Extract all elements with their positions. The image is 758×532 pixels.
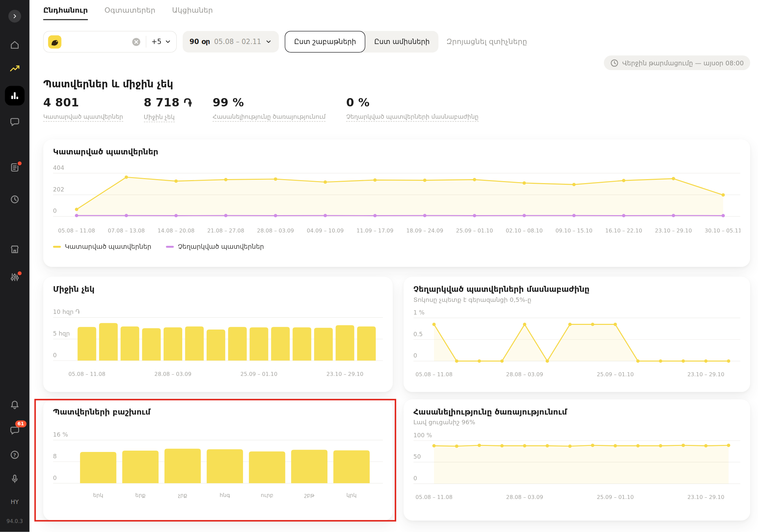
history-clock-icon [9, 194, 20, 204]
orders-distribution-chart: 16 %80երկերքչրքհնգուրբշբթկրկ [53, 430, 383, 502]
svg-text:18.09 – 24.09: 18.09 – 24.09 [406, 227, 443, 234]
sidebar-item-history[interactable] [9, 193, 20, 205]
top-tabs: Ընդհանուր Օգտատերեր Ակցիաներ [43, 6, 750, 20]
last-update-text: Վերջին թարմացումը — այսօր 08:00 [622, 59, 744, 66]
sidebar-item-trends[interactable] [9, 62, 20, 74]
bell-icon [9, 399, 20, 410]
average-check-card: Միջին չեկ 10 հզր ֏5 հզր005.08 – 11.0828.… [43, 277, 393, 392]
sidebar-expand-button[interactable] [8, 10, 21, 22]
store-icon [9, 244, 20, 254]
segment-by-weeks[interactable]: Ըստ շաբաթների [285, 31, 365, 53]
tab-users[interactable]: Օգտատերեր [104, 6, 155, 19]
svg-text:23.10 – 29.10: 23.10 – 29.10 [326, 371, 363, 377]
svg-text:շբթ: շբթ [304, 492, 314, 498]
svg-text:404: 404 [53, 164, 64, 171]
stat-label[interactable]: Կատարված պատվերներ [43, 113, 123, 122]
chat-bubble-icon [9, 116, 20, 127]
legend-swatch-purple [166, 245, 174, 247]
svg-text:05.08 – 11.08: 05.08 – 11.08 [416, 371, 453, 378]
svg-text:հնգ: հնգ [220, 492, 230, 498]
sidebar-item-orders[interactable] [9, 161, 20, 173]
language-selector[interactable]: HY [11, 498, 19, 505]
sidebar-item-analytics-active[interactable] [5, 86, 25, 105]
svg-text:23.10 – 29.10: 23.10 – 29.10 [655, 227, 692, 234]
trending-up-icon [9, 63, 20, 73]
average-check-chart: 10 հզր ֏5 հզր005.08 – 11.0828.08 – 03.09… [53, 308, 383, 382]
legend-item-cancelled: Չեղարկված պատվերներ [166, 243, 264, 250]
sidebar-item-support[interactable] [9, 473, 20, 485]
svg-text:1 %: 1 % [413, 309, 425, 316]
completed-orders-card: Կատարված պատվերներ 404202005.08 – 11.080… [43, 139, 750, 267]
segment-by-months[interactable]: Ըստ ամիսների [365, 31, 439, 53]
svg-text:չրք: չրք [178, 492, 187, 498]
microphone-icon [9, 473, 20, 484]
svg-text:09.10 – 15.10: 09.10 – 15.10 [555, 227, 592, 234]
svg-text:28.08 – 03.09: 28.08 – 03.09 [155, 371, 192, 377]
home-icon [9, 39, 20, 50]
legend-label: Չեղարկված պատվերներ [178, 243, 264, 250]
period-label: 90 օր [190, 38, 210, 46]
period-range: 05.08 – 02.11 [214, 38, 261, 46]
analytics-dashboard: 61 ? HY 94.0.3 Ընդհանուր Օգտատերեր Ակցիա… [0, 0, 758, 532]
svg-text:14.08 – 20.08: 14.08 – 20.08 [158, 227, 195, 234]
sidebar-item-help[interactable]: ? [9, 449, 20, 461]
stat-label[interactable]: Չեղարկված պատվերների մասնաբաժինը [346, 113, 479, 122]
sidebar: 61 ? HY 94.0.3 [0, 0, 29, 532]
svg-text:0: 0 [53, 352, 57, 359]
stats-row: 4 801 Կատարված պատվերներ 8 718 ֏ Միջին չ… [43, 96, 750, 122]
stat-average-check: 8 718 ֏ Միջին չեկ [144, 96, 192, 122]
clock-icon [610, 59, 619, 67]
svg-text:28.08 – 03.09: 28.08 – 03.09 [257, 227, 294, 234]
svg-text:0: 0 [413, 475, 417, 482]
clear-filter-icon[interactable] [132, 37, 141, 46]
svg-text:երկ: երկ [93, 492, 103, 498]
app-version: 94.0.3 [7, 518, 23, 524]
availability-chart: 100 %50005.08 – 11.0828.08 – 03.0925.09 … [413, 431, 740, 505]
sidebar-item-notifications[interactable] [9, 399, 20, 411]
stat-value: 0 % [346, 96, 479, 109]
completed-orders-chart: 404202005.08 – 11.0807.08 – 13.0814.08 –… [53, 162, 740, 239]
orders-distribution-card: Պատվերների բաշխում 16 %80երկերքչրքհնգուր… [43, 399, 393, 520]
stat-label[interactable]: Հասանելիությունը ծառայությունում [213, 113, 325, 122]
svg-text:05.08 – 11.08: 05.08 – 11.08 [58, 227, 95, 234]
sidebar-item-home[interactable] [9, 39, 20, 50]
tab-general[interactable]: Ընդհանուր [43, 6, 88, 20]
legend-item-completed: Կատարված պատվերներ [53, 243, 152, 250]
cancelled-share-chart: 1 %0.5005.08 – 11.0828.08 – 03.0925.09 –… [413, 308, 740, 383]
messages-count-badge: 61 [15, 421, 26, 427]
card-title: Միջին չեկ [53, 285, 383, 294]
sidebar-item-chats[interactable] [9, 116, 20, 127]
sidebar-item-messages[interactable]: 61 [9, 424, 20, 436]
svg-text:կրկ: կրկ [346, 492, 357, 498]
svg-text:28.08 – 03.09: 28.08 – 03.09 [506, 494, 543, 500]
svg-text:8: 8 [53, 453, 57, 460]
svg-text:25.09 – 01.10: 25.09 – 01.10 [597, 371, 634, 378]
svg-text:16 %: 16 % [53, 431, 68, 438]
svg-text:25.09 – 01.10: 25.09 – 01.10 [456, 227, 493, 234]
svg-text:07.08 – 13.08: 07.08 – 13.08 [108, 227, 145, 234]
stat-value: 99 % [213, 96, 325, 109]
svg-text:0: 0 [53, 207, 57, 214]
notification-dot [17, 270, 23, 276]
sidebar-item-store[interactable] [9, 243, 20, 255]
reset-filters-link[interactable]: Զրոյացնել զտիչները [446, 37, 527, 46]
update-row: Վերջին թարմացումը — այսօր 08:00 [43, 55, 750, 70]
main-content: Ընդհանուր Օգտատերեր Ակցիաներ +5 90 [29, 0, 758, 532]
cards-row-middle: Միջին չեկ 10 հզր ֏5 հզր005.08 – 11.0828.… [43, 277, 750, 392]
stat-value: 8 718 ֏ [144, 96, 192, 109]
svg-text:202: 202 [53, 186, 64, 193]
svg-text:02.10 – 08.10: 02.10 – 08.10 [506, 227, 543, 234]
svg-text:0: 0 [53, 475, 57, 481]
sidebar-item-filter-settings[interactable] [9, 271, 20, 283]
more-places-count[interactable]: +5 [152, 38, 162, 46]
stat-label[interactable]: Միջին չեկ [144, 114, 175, 122]
place-filter-control[interactable]: +5 [43, 31, 177, 53]
svg-text:16.10 – 22.10: 16.10 – 22.10 [605, 227, 642, 234]
svg-text:25.09 – 01.10: 25.09 – 01.10 [240, 371, 277, 377]
tab-promotions[interactable]: Ակցիաներ [172, 6, 213, 19]
filter-row: +5 90 օր 05.08 – 02.11 Ըստ շաբաթների Ըստ… [43, 31, 750, 53]
svg-text:28.08 – 03.09: 28.08 – 03.09 [506, 371, 543, 378]
svg-text:05.08 – 11.08: 05.08 – 11.08 [68, 371, 105, 377]
period-selector[interactable]: 90 օր 05.08 – 02.11 [183, 31, 279, 53]
chevron-down-icon [165, 38, 172, 45]
